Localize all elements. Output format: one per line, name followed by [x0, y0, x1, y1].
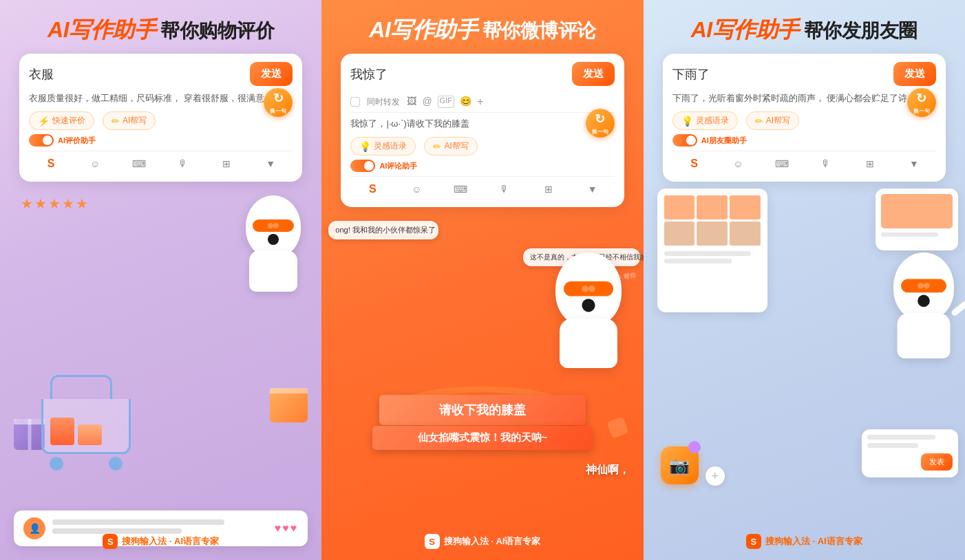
ai-write-chip-1[interactable]: ✏ AI帮写	[103, 111, 156, 130]
spiral-container: 请收下我的膝盖 仙女掐嘴式震惊！我的天呐~	[386, 312, 579, 505]
ai-label-2: AI写作助手	[369, 17, 477, 42]
robot-arm-3	[951, 300, 965, 316]
ai-write-chip-3[interactable]: ✏ AI帮写	[746, 111, 799, 130]
ai-label-1: AI写作助手	[47, 17, 156, 42]
arrow-down-icon-1[interactable]: ▼	[261, 157, 280, 171]
ai-write-chip-2[interactable]: ✏ AI帮写	[424, 137, 477, 155]
toggle-row-2: AI评论助手	[350, 160, 614, 172]
social-card-1	[657, 189, 767, 312]
search-input-1[interactable]	[29, 67, 244, 81]
robot-body-3	[897, 313, 950, 358]
sogou-kb-icon[interactable]: S	[41, 157, 61, 171]
illustration-area-1: ★★★★★ ❤	[0, 182, 321, 560]
grid-icon-3[interactable]: ⊞	[860, 157, 880, 171]
p2-illustration: 请收下我的膝盖 仙女掐嘴式震惊！我的天呐~ ong! 我和我的小伙伴都惊呆了 这…	[321, 207, 643, 560]
review-hearts: ♥♥♥	[275, 522, 299, 535]
panel-moments: AI写作助手 帮你发朋友圈 发送 下雨了，光听着窗外时紧时疏的雨声， 便满心都会…	[644, 0, 965, 560]
gift-box-1	[14, 419, 45, 450]
grid-icon-1[interactable]: ⊞	[217, 157, 236, 171]
panel-2-title-suffix: 帮你微博评论	[482, 20, 596, 41]
brand-footer-2: S 搜狗输入法 · AI语言专家	[425, 534, 541, 549]
ai-toggle-2[interactable]	[350, 160, 375, 172]
sogou-logo-3: S	[746, 534, 761, 549]
stars-rating: ★★★★★	[21, 195, 89, 212]
keyboard-icon-1[interactable]: ⌨	[129, 157, 149, 171]
panel-2-title: AI写作助手 帮你微博评论	[369, 17, 595, 43]
input-row-2: 发送	[350, 62, 614, 86]
review-avatar: 👤	[23, 517, 45, 539]
input-card-3: 发送 下雨了，光听着窗外时紧时疏的雨声， 便满心都会贮足了诗 ↻ 换一句 💡 灵…	[663, 54, 946, 182]
ai-toggle-3[interactable]	[672, 134, 697, 147]
sogou-logo-2: S	[425, 534, 440, 549]
quick-review-chip[interactable]: ⚡ 快速评价	[29, 111, 94, 130]
arrow-down-icon-2[interactable]: ▼	[583, 182, 602, 196]
voice-icon-1[interactable]: 🎙	[173, 157, 193, 171]
input-content-2: 我惊了，|·ω·`)请收下我的膝盖	[350, 117, 614, 131]
send-button-3[interactable]: 发送	[893, 62, 936, 86]
arrow-down-icon-3[interactable]: ▼	[904, 157, 924, 171]
toggle-label-2: AI评论助手	[379, 161, 417, 171]
input-content-3: 下雨了，光听着窗外时紧时疏的雨声， 便满心都会贮足了诗	[672, 91, 936, 106]
voice-icon-3[interactable]: 🎙	[816, 157, 836, 171]
rotate-btn-2[interactable]: ↻ 换一句	[586, 109, 615, 138]
sogou-kb-icon-3[interactable]: S	[685, 157, 704, 171]
send-button-2[interactable]: 发送	[572, 62, 615, 86]
sogou-logo-1: S	[103, 534, 118, 549]
panel-3-title: AI写作助手 帮你发朋友圈	[691, 17, 918, 43]
banner-1: 请收下我的膝盖	[379, 395, 586, 425]
robot-body-2	[560, 319, 617, 368]
keyboard-icon-2[interactable]: ⌨	[451, 182, 470, 196]
plus-button[interactable]: +	[706, 466, 725, 486]
inspiration-chip-3[interactable]: 💡 灵感语录	[672, 111, 738, 130]
panel-1-title: AI写作助手 帮你购物评价	[47, 17, 274, 43]
robot-body-1	[249, 250, 297, 292]
robot-glasses-1	[253, 219, 294, 232]
toggle-label-1: AI评价助手	[58, 136, 96, 146]
input-row-3: 发送	[672, 62, 936, 86]
emoji-icon-2[interactable]: ☺	[407, 182, 426, 196]
panel-3-title-suffix: 帮你发朋友圈	[804, 20, 918, 41]
grid-icon-2[interactable]: ⊞	[539, 182, 558, 196]
robot-head-1	[246, 195, 301, 257]
input-card-1: 发送 衣服质量很好，做工精细，尺码标准， 穿着很舒服，很满意。 ↻ 换一句 ⚡ …	[19, 54, 302, 182]
smiley-icon[interactable]: 😊	[460, 96, 471, 108]
toggle-label-3: AI朋友圈助手	[701, 136, 747, 146]
search-input-2[interactable]	[350, 67, 566, 81]
social-card-2	[876, 189, 958, 250]
weibo-toolbar: 同时转发 🖼 @ GIF 😊 +	[350, 91, 614, 113]
robot-nose-1	[268, 234, 279, 245]
weibo-checkbox[interactable]	[350, 97, 360, 107]
send-button-1[interactable]: 发送	[250, 62, 293, 86]
plus-icon[interactable]: +	[477, 96, 483, 108]
robot-nose-3	[918, 295, 930, 308]
toggle-row-3: AI朋友圈助手	[672, 134, 936, 147]
keyboard-icon-3[interactable]: ⌨	[772, 157, 792, 171]
illustration-area-2: 请收下我的膝盖 仙女掐嘴式震惊！我的天呐~ ong! 我和我的小伙伴都惊呆了 这…	[321, 207, 643, 560]
keyboard-row-1: S ☺ ⌨ 🎙 ⊞ ▼	[29, 151, 293, 173]
image-icon[interactable]: 🖼	[407, 96, 416, 108]
at-icon[interactable]: @	[422, 96, 432, 108]
ai-label-3: AI写作助手	[691, 17, 799, 42]
ai-toggle-1[interactable]	[29, 134, 54, 147]
search-input-3[interactable]	[672, 67, 888, 81]
comment-bubble-1: ong! 我和我的小伙伴都惊呆了	[328, 221, 438, 239]
robot-glasses-2	[564, 281, 613, 297]
voice-icon-2[interactable]: 🎙	[495, 182, 514, 196]
gif-icon[interactable]: GIF	[438, 96, 454, 108]
panel-weibo: AI写作助手 帮你微博评论 发送 同时转发 🖼 @ GIF 😊 + 我惊了，|·…	[321, 0, 643, 560]
emoji-icon-3[interactable]: ☺	[728, 157, 747, 171]
robot-head-2	[555, 252, 622, 327]
sogou-kb-icon-2[interactable]: S	[363, 182, 382, 196]
action-row-3: 💡 灵感语录 ✏ AI帮写	[672, 111, 936, 130]
keyboard-row-2: S ☺ ⌨ 🎙 ⊞ ▼	[350, 176, 614, 199]
weibo-icons: 🖼 @ GIF 😊 +	[407, 96, 483, 108]
robot-character-2	[555, 252, 622, 368]
emoji-icon-1[interactable]: ☺	[85, 157, 105, 171]
moments-send-btn[interactable]: 发表	[921, 453, 953, 471]
robot-character-3	[893, 252, 954, 358]
input-row-1: 发送	[29, 62, 293, 86]
comment-label-3: 神仙啊，	[586, 463, 630, 477]
inspiration-chip[interactable]: 💡 灵感语录	[350, 137, 416, 155]
p3-illustration: 发表 📷 +	[644, 182, 965, 560]
keyboard-row-3: S ☺ ⌨ 🎙 ⊞ ▼	[672, 151, 936, 173]
